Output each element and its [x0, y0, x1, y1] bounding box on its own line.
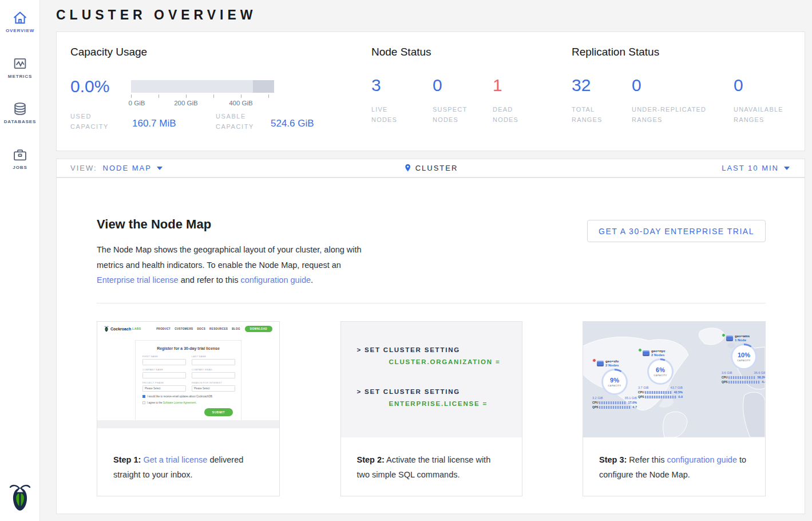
mini-submit-button: SUBMIT [204, 408, 233, 416]
capacity-usage-title: Capacity Usage [70, 46, 147, 58]
sidebar-item-label: DATABASES [0, 119, 40, 124]
cockroachdb-logo-icon [9, 483, 31, 512]
sidebar-item-label: JOBS [0, 165, 40, 170]
step1-card: Cockroach LABS PRODUCT CUSTOMERS DOCS RE… [97, 321, 280, 496]
capacity-ring: 6% CAPACITY [647, 358, 674, 385]
mini-site-nav: PRODUCT CUSTOMERS DOCS RESOURCES BLOG [156, 327, 240, 330]
mini-site-brand-suffix: LABS [132, 327, 141, 330]
node-chip-icon [597, 361, 604, 366]
view-selector[interactable]: VIEW: NODE MAP [70, 164, 163, 172]
used-capacity-value: 160.7 MiB [132, 118, 176, 129]
gauge-tick [186, 94, 187, 98]
checkbox-icon [142, 401, 145, 404]
gauge-tick-label: 400 GiB [229, 100, 253, 106]
sidebar-item-databases[interactable]: DATABASES [0, 101, 40, 124]
cluster-summary-card: Capacity Usage 0.0% 0 GiB 200 GiB 400 Gi… [56, 31, 805, 151]
status-dot [722, 333, 726, 337]
mini-site-footer-band [97, 420, 279, 428]
enterprise-trial-license-link[interactable]: Enterprise trial license [97, 275, 179, 285]
checkbox-icon [142, 395, 145, 398]
step2-sql-snippet: > SET CLUSTER SETTING CLUSTER.ORGANIZATI… [341, 322, 522, 437]
step2-card: > SET CLUSTER SETTING CLUSTER.ORGANIZATI… [340, 321, 522, 496]
cpu-bar [645, 391, 672, 394]
enterprise-trial-button[interactable]: GET A 30-DAY ENTERPRISE TRIAL [587, 220, 766, 242]
step1-caption: Step 1: Get a trial license delivered st… [97, 437, 279, 482]
step2-caption: Step 2: Activate the trial license with … [341, 437, 522, 482]
capacity-percent: 0.0% [70, 77, 109, 96]
mini-site-header: Cockroach LABS PRODUCT CUSTOMERS DOCS RE… [97, 322, 279, 336]
replication-status-title: Replication Status [572, 46, 659, 58]
mini-form-title: Register for a 30-day trial license [136, 346, 241, 350]
scope-indicator: CLUSTER [403, 163, 458, 173]
total-ranges-stat: 32 TOTALRANGES [572, 76, 603, 125]
capacity-gauge [131, 80, 274, 93]
capacity-ring: 9% CAPACITY [601, 369, 628, 395]
sidebar: OVERVIEW METRICS DATABASES JOBS [0, 0, 40, 521]
node-chip-icon [726, 336, 733, 341]
mini-site-download-button: DOWNLOAD [245, 326, 272, 332]
chevron-down-icon [784, 167, 790, 170]
view-bar: VIEW: NODE MAP CLUSTER LAST 10 MIN [56, 159, 805, 177]
gauge-tick [268, 94, 269, 98]
qps-bar [599, 406, 631, 409]
step1-website-screenshot: Cockroach LABS PRODUCT CUSTOMERS DOCS RE… [97, 322, 279, 437]
node-map-panel: View the Node Map The Node Map shows the… [56, 177, 805, 514]
locality-widget-nyc: geo=nyc 2 Nodes 6% CAPACITY 3.7 GiB 43.7… [638, 349, 683, 400]
sidebar-item-label: OVERVIEW [0, 28, 40, 33]
gauge-tick [159, 94, 159, 98]
sidebar-item-metrics[interactable]: METRICS [0, 56, 40, 79]
time-range-value[interactable]: LAST 10 MIN [722, 164, 779, 172]
unavailable-ranges-stat: 0 UNAVAILABLERANGES [734, 76, 783, 125]
configuration-guide-link[interactable]: configuration guide [240, 275, 311, 285]
used-capacity-label: USED [70, 113, 92, 120]
qps-bar [645, 396, 677, 398]
live-nodes-stat: 3 LIVENODES [371, 76, 397, 125]
view-label: VIEW: [70, 164, 97, 172]
cpu-bar [728, 376, 756, 379]
sidebar-item-overview[interactable]: OVERVIEW [0, 10, 40, 33]
view-value[interactable]: NODE MAP [103, 164, 152, 172]
status-dot [592, 358, 596, 362]
get-trial-license-link[interactable]: Get a trial license [143, 455, 207, 464]
time-range-selector[interactable]: LAST 10 MIN [722, 164, 790, 172]
gauge-tick-label: 200 GiB [174, 100, 198, 106]
sql-prompt-line: > SET CLUSTER SETTING [357, 388, 522, 395]
gauge-tick [213, 94, 214, 98]
panel-description: The Node Map shows the geographical layo… [97, 242, 365, 288]
mini-checkbox-updates: I would like to receive email updates ab… [136, 395, 241, 398]
status-dot [638, 348, 642, 352]
gauge-tick-label: 0 GiB [129, 100, 145, 106]
page-title: CLUSTER OVERVIEW [56, 7, 257, 23]
locality-widget-sfo: geo=sfo 2 Nodes 9% CAPACITY 3.2 GiB 35.1… [592, 360, 637, 410]
map-pin-icon [403, 163, 412, 173]
step3-caption: Step 3: Refer this configuration guide t… [583, 437, 765, 482]
home-icon [12, 10, 28, 26]
sidebar-item-label: METRICS [0, 74, 40, 79]
usable-capacity-label: USABLE [216, 113, 246, 120]
briefcase-icon [12, 147, 28, 163]
mini-input [192, 372, 235, 378]
cpu-bar [599, 401, 627, 404]
steps-row: Cockroach LABS PRODUCT CUSTOMERS DOCS RE… [97, 321, 766, 496]
metrics-icon [12, 56, 28, 72]
sidebar-item-jobs[interactable]: JOBS [0, 147, 40, 170]
mini-input [142, 359, 186, 365]
panel-heading: View the Node Map [97, 217, 211, 232]
capacity-gauge-nonusable-segment [253, 80, 275, 93]
gauge-tick [131, 94, 132, 98]
mini-select: Please Select [192, 385, 235, 392]
sql-setting-line: CLUSTER.ORGANIZATION = [389, 358, 522, 365]
mini-site-body: Register for a 30-day trial license FIRS… [97, 336, 279, 428]
dead-nodes-stat: 1 DEADNODES [493, 76, 518, 125]
mini-input [192, 359, 235, 365]
capacity-ring: 10% CAPACITY [731, 344, 757, 370]
qps-bar [728, 381, 760, 384]
gauge-tick [241, 94, 241, 98]
node-status-title: Node Status [371, 46, 431, 58]
step3-node-map-preview: geo=sfo 2 Nodes 9% CAPACITY 3.2 GiB 35.1… [583, 322, 765, 437]
mini-select: Please Select [142, 385, 186, 392]
suspect-nodes-stat: 0 SUSPECTNODES [433, 76, 467, 125]
chevron-down-icon [157, 167, 163, 170]
configuration-guide-link[interactable]: configuration guide [667, 455, 737, 464]
capacity-stats: USED CAPACITY 160.7 MiB USABLE CAPACITY … [70, 111, 357, 136]
